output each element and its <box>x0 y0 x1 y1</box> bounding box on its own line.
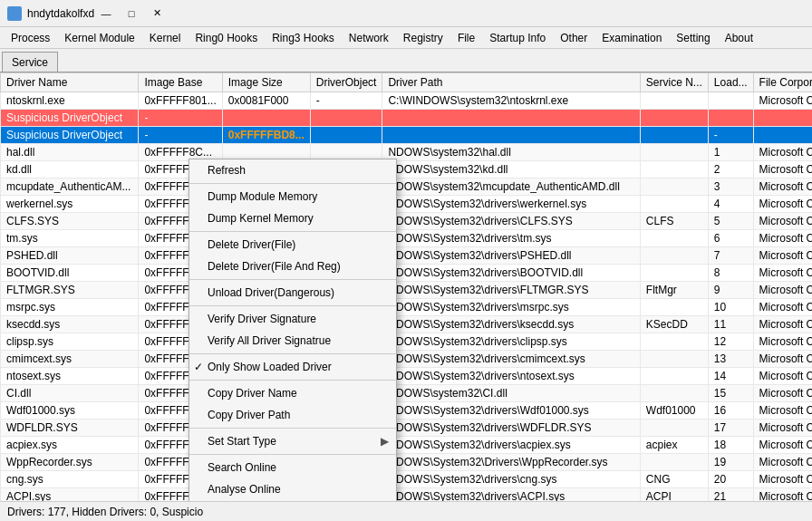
table-row[interactable]: WppRecorder.sys0xFFFFF8C...NDOWS\System3… <box>1 454 813 471</box>
menu-ring3-hooks[interactable]: Ring3 Hooks <box>265 28 342 48</box>
status-bar: Drivers: 177, Hidden Drivers: 0, Suspici… <box>0 501 812 521</box>
table-cell: tm.sys <box>1 230 139 247</box>
menu-other[interactable]: Other <box>553 28 594 48</box>
table-row[interactable]: Wdf01000.sys0xFFFFF8C...NDOWS\System32\d… <box>1 402 813 420</box>
table-row[interactable]: WDFLDR.SYS0xFFFFF8C...NDOWS\System32\dri… <box>1 420 813 437</box>
col-file-corp[interactable]: File Corporat... <box>753 73 812 92</box>
table-row[interactable]: cng.sys0xFFFFF8C...NDOWS\System32\driver… <box>1 471 813 488</box>
menu-kernel-module[interactable]: Kernel Module <box>57 28 141 48</box>
table-cell: ntoskrnl.exe <box>1 92 139 110</box>
table-cell: NDOWS\System32\drivers\werkernel.sys <box>382 196 640 213</box>
menu-process[interactable]: Process <box>4 28 57 48</box>
table-cell: 18 <box>708 437 753 454</box>
context-menu-item-label: Only Show Loaded Driver <box>208 361 378 373</box>
table-row[interactable]: CLFS.SYS0xFFFFF8C...NDOWS\System32\drive… <box>1 213 813 230</box>
context-menu-item[interactable]: Dump Kernel Memory <box>189 207 396 229</box>
menu-registry[interactable]: Registry <box>396 28 450 48</box>
col-service-n[interactable]: Service N... <box>640 73 708 92</box>
table-row[interactable]: werkernel.sys0xFFFFF8C...NDOWS\System32\… <box>1 196 813 213</box>
context-menu-item[interactable]: Dump Module Memory <box>189 186 396 207</box>
table-row[interactable]: CI.dll0xFFFFF8C...NDOWS\system32\CI.dll1… <box>1 385 813 402</box>
context-menu-item[interactable]: Analyse Online <box>189 478 396 500</box>
menu-setting[interactable]: Setting <box>669 28 717 48</box>
maximize-button[interactable]: □ <box>120 5 143 23</box>
col-driver-path[interactable]: Driver Path <box>382 73 640 92</box>
context-menu-item[interactable]: Delete Driver(File And Reg) <box>189 256 396 277</box>
table-row[interactable]: PSHED.dll0xFFFFF8C...NDOWS\System32\driv… <box>1 247 813 265</box>
table-row[interactable]: ksecdd.sys0xFFFFF8C...NDOWS\System32\dri… <box>1 316 813 333</box>
menu-network[interactable]: Network <box>342 28 396 48</box>
context-menu-item[interactable]: Set Start Type▶ <box>189 430 396 452</box>
table-cell: NDOWS\System32\drivers\ACPI.sys <box>382 488 640 502</box>
table-cell: KSecDD <box>640 316 708 333</box>
table-row[interactable]: Suspicious DriverObject-0xFFFFFBD8...- <box>1 127 813 144</box>
col-driver-name[interactable]: Driver Name <box>1 73 139 92</box>
table-cell <box>640 230 708 247</box>
table-row[interactable]: kd.dll0xFFFFF8C...NDOWS\system32\kd.dll2… <box>1 161 813 178</box>
context-menu-item[interactable]: ✓Only Show Loaded Driver <box>189 356 396 378</box>
context-menu-item[interactable]: Search Online <box>189 457 396 478</box>
table-cell: NDOWS\System32\drivers\cmimcext.sys <box>382 351 640 368</box>
menu-kernel[interactable]: Kernel <box>142 28 188 48</box>
table-row[interactable]: acpiex.sys0xFFFFF8C...NDOWS\System32\dri… <box>1 437 813 454</box>
table-cell: cng.sys <box>1 471 139 488</box>
close-button[interactable]: ✕ <box>145 5 169 23</box>
table-row[interactable]: ntoskrnl.exe0xFFFFF801...0x0081F000-C:\W… <box>1 92 813 110</box>
table-cell: - <box>139 110 222 127</box>
table-cell: C:\WINDOWS\system32\ntoskrnl.exe <box>382 92 640 110</box>
table-row[interactable]: tm.sys0xFFFFF8C...NDOWS\System32\drivers… <box>1 230 813 247</box>
table-cell: NDOWS\system32\CI.dll <box>382 385 640 402</box>
tab-service[interactable]: Service <box>2 52 58 72</box>
col-driver-object[interactable]: DriverObject <box>310 73 382 92</box>
table-cell: 21 <box>708 488 753 502</box>
table-cell: 6 <box>708 230 753 247</box>
table-cell <box>640 299 708 316</box>
context-menu-item[interactable]: Verify Driver Signature <box>189 308 396 330</box>
context-menu-item[interactable]: Verify All Driver Signatrue <box>189 330 396 352</box>
table-cell: NDOWS\System32\drivers\clipsp.sys <box>382 333 640 351</box>
context-menu-item[interactable]: Refresh <box>189 159 396 181</box>
menu-startup-info[interactable]: Startup Info <box>482 28 553 48</box>
context-menu-item-label: Dump Module Memory <box>208 190 378 203</box>
menu-ring0-hooks[interactable]: Ring0 Hooks <box>188 28 265 48</box>
table-row[interactable]: ACPI.sys0xFFFFF8C...NDOWS\System32\drive… <box>1 488 813 502</box>
table-row[interactable]: cmimcext.sys0xFFFFF8C...NDOWS\System32\d… <box>1 351 813 368</box>
context-menu-item[interactable]: Delete Driver(File) <box>189 234 396 256</box>
table-cell <box>753 127 812 144</box>
table-cell: FLTMGR.SYS <box>1 282 139 299</box>
table-row[interactable]: Suspicious DriverObject- <box>1 110 813 127</box>
col-image-size[interactable]: Image Size <box>222 73 310 92</box>
context-menu-item[interactable]: Copy Driver Name <box>189 382 396 404</box>
table-row[interactable]: BOOTVID.dll0xFFFFF8C...NDOWS\System32\dr… <box>1 265 813 282</box>
table-header-row: Driver Name Image Base Image Size Driver… <box>1 73 813 92</box>
table-cell: NDOWS\system32\hal.dll <box>382 144 640 161</box>
table-cell: Microsoft Cor <box>753 144 812 161</box>
menu-examination[interactable]: Examination <box>594 28 669 48</box>
table-row[interactable]: FLTMGR.SYS0xFFFFF8C...NDOWS\System32\dri… <box>1 282 813 299</box>
table-scroll[interactable]: Driver Name Image Base Image Size Driver… <box>0 72 812 501</box>
table-cell: 3 <box>708 178 753 196</box>
col-image-base[interactable]: Image Base <box>139 73 222 92</box>
context-menu-item[interactable]: Copy Driver Path <box>189 404 396 426</box>
table-cell <box>640 368 708 385</box>
context-menu-item-label: Copy Driver Path <box>208 409 378 421</box>
table-row[interactable]: clipsp.sys0xFFFFF8C...NDOWS\System32\dri… <box>1 333 813 351</box>
menu-file[interactable]: File <box>450 28 482 48</box>
col-load[interactable]: Load... <box>708 73 753 92</box>
table-row[interactable]: hal.dll0xFFFFF8C...NDOWS\system32\hal.dl… <box>1 144 813 161</box>
table-cell <box>640 265 708 282</box>
menu-about[interactable]: About <box>718 28 760 48</box>
table-row[interactable]: mcupdate_AuthenticAM...0xFFFFF8C...NDOWS… <box>1 178 813 196</box>
table-cell: 7 <box>708 247 753 265</box>
table-row[interactable]: msrpc.sys0xFFFFF8C...NDOWS\System32\driv… <box>1 299 813 316</box>
context-menu-item[interactable]: Unload Driver(Dangerous) <box>189 282 396 304</box>
table-cell: NDOWS\System32\drivers\tm.sys <box>382 230 640 247</box>
table-cell: hal.dll <box>1 144 139 161</box>
table-cell: NDOWS\System32\drivers\CLFS.SYS <box>382 213 640 230</box>
window-controls: — □ ✕ <box>94 5 169 23</box>
table-row[interactable]: ntosext.sys0xFFFFF8C...NDOWS\System32\dr… <box>1 368 813 385</box>
table-cell: mcupdate_AuthenticAM... <box>1 178 139 196</box>
minimize-button[interactable]: — <box>94 5 118 23</box>
table-cell <box>382 127 640 144</box>
table-cell: Suspicious DriverObject <box>1 127 139 144</box>
